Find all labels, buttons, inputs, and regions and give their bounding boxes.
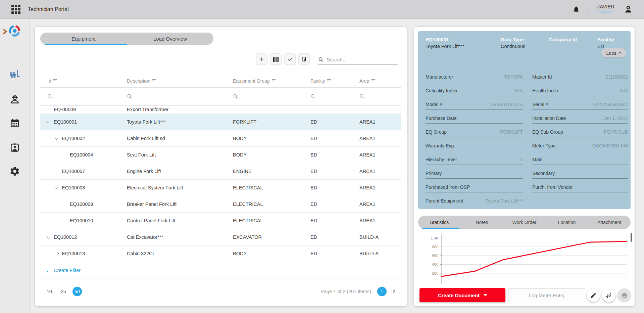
table-row[interactable]: EQ100010 Control Panel Fork Lift ELECTRI… bbox=[40, 213, 401, 229]
detail-field: Hierachy Level 1 bbox=[426, 151, 523, 165]
row-facility: ED bbox=[310, 136, 359, 141]
equipment-forklift-icon[interactable] bbox=[7, 66, 23, 82]
badge-icon[interactable] bbox=[7, 139, 23, 155]
table-row[interactable]: EQ100002 Cabin Fork Lift sd BODY ED AREA… bbox=[40, 130, 401, 147]
row-expand-icon[interactable] bbox=[55, 137, 62, 140]
row-equipment-group: FORKLIFT bbox=[233, 119, 310, 125]
row-expand-icon[interactable] bbox=[55, 252, 62, 255]
collapse-chevron-icon[interactable] bbox=[3, 29, 7, 36]
table-row[interactable]: EQ100012 Cat Excavator*** EXCAVATOR ED B… bbox=[40, 229, 401, 245]
table-row[interactable]: EQ100001 Toyota Fork Lift*** FORKLIFT ED… bbox=[40, 114, 401, 130]
filter-input-facility[interactable] bbox=[310, 88, 359, 105]
row-expand-icon[interactable] bbox=[47, 236, 54, 238]
field-label: Health Index bbox=[532, 88, 559, 93]
table-row[interactable]: EQ100008 Electrical System Fork Lift ELE… bbox=[40, 180, 401, 196]
search-icon bbox=[318, 57, 324, 62]
search-icon bbox=[310, 94, 316, 99]
row-equipment-group: BODY bbox=[233, 152, 310, 158]
svg-text:400: 400 bbox=[432, 262, 438, 266]
header-filter-icon[interactable] bbox=[53, 79, 57, 82]
filter-input-area[interactable] bbox=[359, 88, 401, 105]
row-area: AREA1 bbox=[359, 169, 401, 174]
field-label: Serial # bbox=[532, 102, 548, 107]
detail-tab-location[interactable]: Location bbox=[546, 216, 588, 229]
search-field[interactable] bbox=[318, 55, 398, 64]
search-input[interactable] bbox=[327, 57, 390, 62]
header-filter-icon[interactable] bbox=[272, 79, 276, 82]
page-button-1[interactable]: 1 bbox=[377, 287, 387, 296]
column-header-equipment-group[interactable]: Equipment Group bbox=[233, 78, 310, 84]
header-filter-icon[interactable] bbox=[371, 79, 375, 82]
create-document-button[interactable]: Create Document bbox=[419, 288, 505, 302]
detail-field: Meter Type ODOMETER-KM bbox=[532, 137, 628, 151]
column-header-facility[interactable]: Facility bbox=[310, 78, 359, 84]
table-row[interactable]: EQ100013 Cabin 322CL BODY ED BUILD-A bbox=[40, 245, 401, 262]
filter-input-id[interactable] bbox=[40, 88, 127, 105]
row-facility: ED bbox=[310, 152, 359, 158]
row-expand-icon[interactable] bbox=[47, 121, 54, 123]
log-meter-entry-button[interactable]: Log Meter Entry bbox=[508, 288, 585, 302]
svg-text:3D: 3D bbox=[607, 294, 611, 297]
equipment-table-body: EQ-00009 Export Transformer EQ100001 Toy… bbox=[40, 105, 401, 262]
page-size-50[interactable]: 50 bbox=[72, 287, 82, 296]
detail-tab-attachment[interactable]: Attachment bbox=[588, 216, 631, 229]
app-logo[interactable] bbox=[8, 24, 21, 39]
barcode-icon bbox=[273, 57, 279, 62]
filter-input-equipment-group[interactable] bbox=[233, 88, 310, 105]
table-row[interactable]: EQ100009 Breaker Panel Fork Lift ELECTRI… bbox=[40, 196, 401, 213]
detail-field: Primary bbox=[426, 165, 523, 179]
row-equipment-group: EXCAVATOR bbox=[233, 234, 310, 240]
copy-document-button[interactable] bbox=[298, 53, 310, 65]
add-button[interactable] bbox=[256, 53, 267, 65]
detail-field: Purchase Date bbox=[426, 110, 523, 124]
less-toggle-button[interactable]: Less bbox=[601, 48, 626, 57]
print-button[interactable] bbox=[617, 288, 631, 302]
row-id: EQ100008 bbox=[62, 185, 85, 190]
page-size-25[interactable]: 25 bbox=[58, 289, 68, 294]
notification-bell-icon[interactable] bbox=[570, 3, 582, 15]
settings-gear-icon[interactable] bbox=[7, 163, 23, 179]
create-filter-link[interactable]: Create Filter bbox=[40, 262, 401, 278]
tab-equipment[interactable]: Equipment bbox=[40, 33, 127, 45]
field-value: 1 bbox=[520, 157, 523, 162]
page-button-2[interactable]: 2 bbox=[389, 287, 399, 296]
column-header-description[interactable]: Description bbox=[127, 78, 233, 84]
row-area: AREA1 bbox=[359, 202, 401, 207]
header-filter-icon[interactable] bbox=[152, 79, 156, 82]
confirm-button[interactable] bbox=[284, 53, 296, 65]
field-label: Main bbox=[532, 157, 542, 162]
table-row[interactable]: EQ100007 Engine Fork Lift ENGINE ED AREA… bbox=[40, 163, 401, 180]
barcode-scan-button[interactable] bbox=[270, 53, 282, 65]
table-row[interactable]: EQ100004 Seat Fork Lift BODY ED AREA1 bbox=[40, 147, 401, 163]
detail-tab-statistics[interactable]: Statistics bbox=[418, 216, 461, 229]
topbar-divider bbox=[588, 4, 588, 14]
column-header-id[interactable]: Id bbox=[40, 78, 127, 84]
filter-input-description[interactable] bbox=[127, 88, 233, 105]
detail-field: Secondary bbox=[532, 165, 628, 179]
rotate-3d-icon: 3D bbox=[604, 291, 613, 300]
rotate-3d-button[interactable]: 3D bbox=[602, 288, 615, 302]
header-filter-icon[interactable] bbox=[327, 79, 331, 82]
column-header-area[interactable]: Area bbox=[359, 78, 401, 84]
search-icon bbox=[47, 94, 53, 99]
edit-pencil-button[interactable] bbox=[587, 288, 600, 302]
technician-icon[interactable] bbox=[7, 91, 23, 107]
detail-tab-work-order[interactable]: Work Order bbox=[503, 216, 546, 229]
row-facility: ED bbox=[310, 251, 359, 256]
detail-field: Main bbox=[532, 151, 628, 165]
tab-load-overview[interactable]: Load Overview bbox=[127, 33, 213, 45]
table-row[interactable]: EQ-00009 Export Transformer bbox=[40, 105, 401, 114]
detail-tab-notes[interactable]: Notes bbox=[461, 216, 503, 229]
chart-scrollbar[interactable] bbox=[631, 233, 632, 242]
apps-grid-icon[interactable] bbox=[11, 5, 20, 14]
user-profile-icon[interactable] bbox=[622, 3, 635, 16]
row-area: AREA1 bbox=[359, 119, 401, 125]
schedule-calendar-icon[interactable] bbox=[7, 115, 23, 131]
field-value: TOYOTA bbox=[504, 74, 523, 80]
page-size-10[interactable]: 10 bbox=[44, 289, 54, 294]
row-description: Electrical System Fork Lift bbox=[127, 185, 233, 190]
sidebar bbox=[0, 19, 30, 313]
row-equipment-group: BODY bbox=[233, 136, 310, 141]
row-expand-icon[interactable] bbox=[55, 186, 62, 189]
detail-field: Warranty Exp. bbox=[426, 137, 523, 151]
